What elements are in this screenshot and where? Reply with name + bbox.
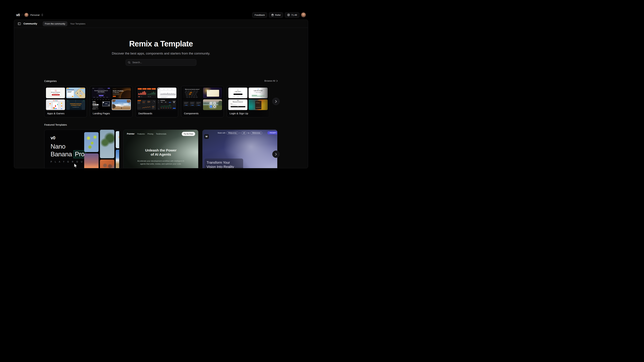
category-card-dashboards[interactable]: OVERVIEW 45%↑ 647↓ 12:00 PM — [136, 86, 178, 118]
decor: OVERVIEW 45%↑ 647↓ 12:00 PM — [137, 88, 176, 110]
v0-community-page: v0 / Personal Feedback — [0, 0, 322, 181]
browse-all-label: Browse All — [264, 80, 275, 82]
v0-logo[interactable]: v0 — [16, 13, 20, 17]
tabs: From the community Your Templates — [43, 21, 87, 26]
webrenew-badges: Made with Midjourney + v0 by Webrenew — [202, 132, 277, 134]
pro-selection-box: Pro — [74, 150, 86, 158]
top-bar: v0 / Personal Feedback — [16, 12, 306, 18]
category-card-login-signup[interactable]: X Login with X G Login with Google — [227, 86, 269, 118]
workspace-avatar[interactable] — [24, 13, 28, 17]
decor: What are your favorite cuisines? — [183, 88, 222, 110]
sidebar-toggle-icon[interactable] — [18, 22, 21, 25]
featured-carousel: v0 Nano BananaPro P L A Y G R O U N D — [44, 130, 278, 168]
featured-label: Featured Templates — [44, 123, 67, 126]
pointer-subtitle: Accelerate your development workflow wit… — [124, 160, 198, 162]
pointer-nav: Pointer Features Pricing Testimonials — [127, 132, 166, 135]
category-label: Components — [184, 112, 222, 115]
decor: Streamlined Communication for Quick Ship… — [92, 88, 131, 110]
credits-button[interactable]: 71.49 — [285, 12, 299, 18]
cursor-icon — [74, 163, 78, 168]
refer-button[interactable]: Refer — [269, 12, 283, 18]
search-input[interactable] — [132, 61, 194, 64]
category-label: Dashboards — [138, 112, 176, 115]
panel-header: Community From the community Your Templa… — [14, 20, 308, 28]
pointer-subtitle: agents that write, review, and optimize … — [124, 163, 198, 165]
pointer-heading: of AI Agents — [124, 152, 198, 156]
community-panel: Community From the community Your Templa… — [14, 20, 308, 168]
category-label: Apps & Games — [47, 112, 85, 115]
pointer-try-free-button: Try for Free — [182, 132, 195, 136]
gift-icon — [271, 14, 274, 16]
user-avatar[interactable] — [301, 12, 306, 17]
chevron-right-icon — [276, 80, 278, 82]
midjourney-badge: Midjourney — [226, 132, 238, 134]
nano-v0-logo: v0 — [50, 135, 55, 140]
categories-next-button[interactable] — [272, 98, 280, 105]
workspace-name[interactable]: Personal — [30, 14, 40, 16]
decor: Welcome to v0 Calendar Continue with Goo… — [46, 88, 85, 110]
category-card-landing-pages[interactable]: Streamlined Communication for Quick Ship… — [90, 86, 132, 118]
top-bar-left: v0 / Personal — [16, 13, 43, 17]
v0-badge: v0 — [242, 132, 247, 134]
category-label: Login & Sign Up — [230, 112, 268, 115]
categories-label: Categories — [44, 80, 57, 82]
categories-carousel: Welcome to v0 Calendar Continue with Goo… — [44, 86, 278, 118]
category-label: Blog — [275, 112, 278, 115]
feedback-button[interactable]: Feedback — [252, 12, 267, 18]
category-label: Landing Pages — [93, 112, 131, 115]
tab-from-the-community[interactable]: From the community — [43, 21, 68, 26]
feedback-label: Feedback — [254, 14, 265, 16]
featured-card-pointer[interactable]: Pointer Features Pricing Testimonials Tr… — [123, 130, 198, 168]
category-card-components[interactable]: What are your favorite cuisines? — [181, 86, 224, 118]
webrenew-logo: W — [204, 134, 209, 139]
page-title: Community — [24, 22, 37, 25]
hero-subtitle: Discover the best apps, components and s… — [14, 52, 308, 55]
category-card-apps-games[interactable]: Welcome to v0 Calendar Continue with Goo… — [44, 86, 87, 118]
search-icon — [128, 61, 130, 64]
browse-all-link[interactable]: Browse All — [264, 80, 278, 82]
featured-next-button[interactable] — [272, 150, 280, 158]
search-box[interactable] — [126, 59, 196, 66]
nano-photo-grid — [84, 130, 119, 168]
decor: X Login with X G Login with Google — [228, 88, 268, 110]
tab-your-templates[interactable]: Your Templates — [68, 21, 87, 26]
webrenew-badge: Webrenew — [250, 132, 262, 134]
top-bar-right: Feedback Refer — [252, 12, 306, 18]
featured-card-nano-banana-pro[interactable]: v0 Nano BananaPro P L A Y G R O U N D — [44, 130, 119, 168]
prompt-button[interactable]: PROMPT — [268, 131, 278, 134]
featured-card-webrenew[interactable]: Made with Midjourney + v0 by Webrenew W … — [202, 130, 278, 168]
webrenew-info-panel: Transform Your Vision Into Reality Use G… — [204, 158, 243, 168]
pointer-heading: Unleash the Power — [124, 148, 198, 152]
chevron-up-down-icon[interactable] — [41, 14, 43, 16]
credits-value: 71.49 — [291, 14, 297, 16]
refer-label: Refer — [275, 14, 281, 16]
hero-title: Remix a Template — [14, 39, 308, 48]
credits-icon — [287, 14, 290, 16]
breadcrumb-separator: / — [22, 13, 22, 17]
